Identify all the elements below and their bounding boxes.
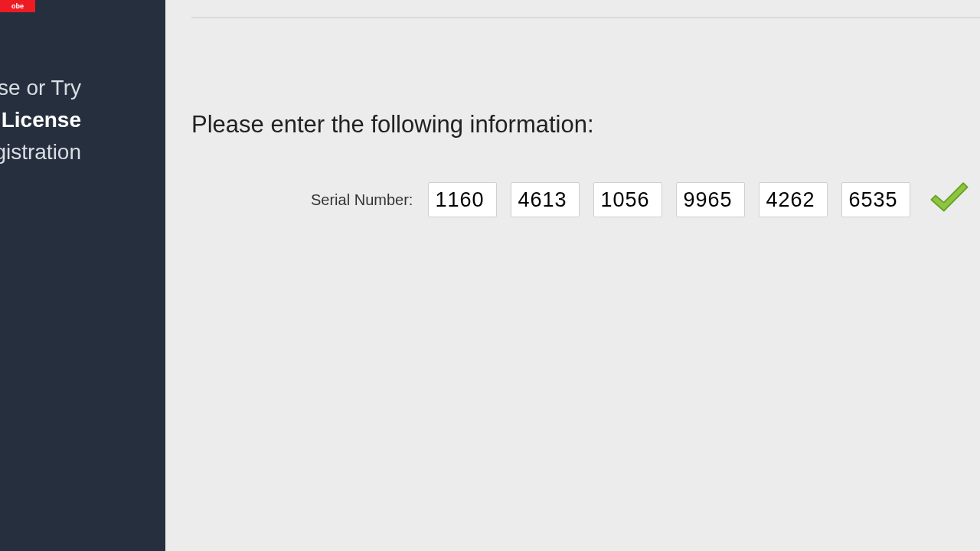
sidebar: obe License or Try License Registration — [0, 0, 165, 551]
serial-part-5[interactable] — [759, 182, 828, 217]
sidebar-nav: License or Try License Registration — [0, 72, 164, 168]
serial-part-4[interactable] — [676, 182, 745, 217]
header-divider — [191, 17, 980, 18]
checkmark-icon — [927, 182, 972, 217]
sidebar-item-license-or-try[interactable]: License or Try — [0, 72, 164, 104]
instruction-text: Please enter the following information: — [191, 111, 594, 139]
svg-marker-0 — [932, 183, 968, 210]
serial-part-1[interactable] — [428, 182, 497, 217]
main-panel: Please enter the following information: … — [165, 0, 980, 551]
serial-part-6[interactable] — [841, 182, 910, 217]
sidebar-nav-list: License or Try License Registration — [0, 72, 164, 168]
sidebar-item-registration[interactable]: Registration — [0, 136, 164, 168]
serial-part-2[interactable] — [511, 182, 580, 217]
sidebar-item-license[interactable]: License — [0, 104, 164, 136]
brand-logo: obe — [0, 0, 35, 12]
serial-number-label: Serial Number: — [311, 191, 413, 209]
serial-part-3[interactable] — [593, 182, 662, 217]
serial-number-row: Serial Number: — [311, 182, 972, 217]
